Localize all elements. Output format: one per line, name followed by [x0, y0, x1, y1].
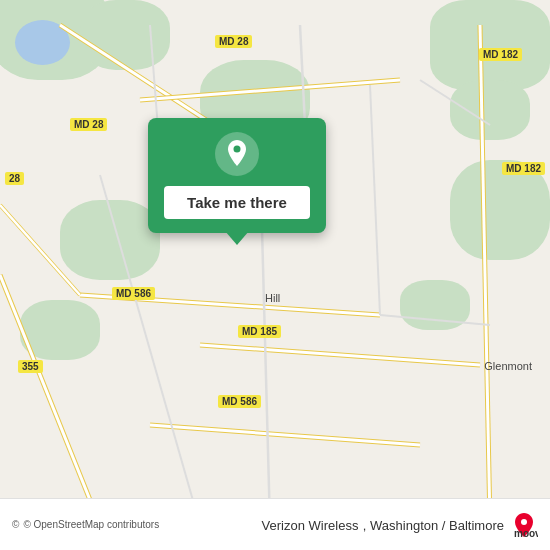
svg-text:moovit: moovit — [514, 528, 538, 539]
svg-line-20 — [0, 205, 80, 295]
road-label-md182-mid: MD 182 — [502, 162, 545, 175]
place-label-glenmont: Glenmont — [484, 360, 532, 372]
svg-line-16 — [370, 85, 380, 315]
location-info: Verizon Wireless , Washington / Baltimor… — [262, 516, 504, 534]
branding-area: Verizon Wireless , Washington / Baltimor… — [262, 511, 538, 539]
map-container: MD 28 MD 28 28 MD 182 MD 182 MD 586 MD 1… — [0, 0, 550, 550]
svg-point-23 — [234, 146, 241, 153]
location-pin-icon — [225, 140, 249, 168]
road-label-md586-bot: MD 586 — [218, 395, 261, 408]
take-me-there-button[interactable]: Take me there — [164, 186, 310, 219]
attribution-text: © OpenStreetMap contributors — [23, 519, 159, 530]
svg-point-24 — [521, 519, 527, 525]
popup-card: Take me there — [148, 118, 326, 233]
attribution-area: © © OpenStreetMap contributors — [12, 519, 159, 530]
location-city: Washington / Baltimore — [370, 518, 504, 533]
copyright-icon: © — [12, 519, 19, 530]
svg-line-13 — [150, 425, 420, 445]
road-label-md28-left: MD 28 — [70, 118, 107, 131]
place-label-hill: Hill — [265, 292, 280, 304]
svg-line-7 — [0, 275, 100, 525]
svg-line-3 — [140, 80, 400, 100]
road-label-md185: MD 185 — [238, 325, 281, 338]
svg-line-11 — [200, 345, 480, 365]
road-label-md586-mid: MD 586 — [112, 287, 155, 300]
svg-line-22 — [380, 315, 490, 325]
location-name: Verizon Wireless — [262, 518, 359, 533]
road-label-28: 28 — [5, 172, 24, 185]
location-separator: , — [363, 518, 370, 533]
roads-layer — [0, 0, 550, 550]
svg-line-5 — [480, 25, 490, 525]
bottom-bar: © © OpenStreetMap contributors Verizon W… — [0, 498, 550, 550]
moovit-logo: moovit — [510, 511, 538, 539]
road-label-md28-top: MD 28 — [215, 35, 252, 48]
road-label-355: 355 — [18, 360, 43, 373]
road-label-md182-top: MD 182 — [479, 48, 522, 61]
location-pin-circle — [215, 132, 259, 176]
moovit-pin-icon: moovit — [510, 511, 538, 539]
